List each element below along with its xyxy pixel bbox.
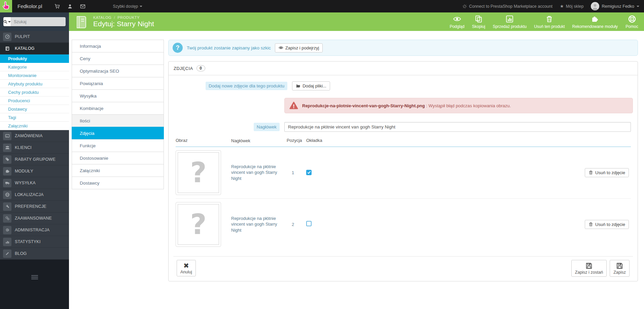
trash-icon bbox=[588, 170, 593, 175]
broken-link-icon bbox=[462, 4, 467, 9]
eye-icon bbox=[279, 45, 283, 50]
stats-icon bbox=[3, 238, 11, 246]
tab-funkcje[interactable]: Funkcje bbox=[72, 139, 164, 152]
messages-icon[interactable] bbox=[76, 0, 89, 12]
search-type-dropdown[interactable] bbox=[3, 17, 11, 26]
avatar bbox=[591, 2, 599, 10]
col-header-okladka: Okładka bbox=[306, 138, 338, 144]
save-icon bbox=[616, 262, 623, 269]
col-header-obraz: Obraz bbox=[176, 138, 231, 144]
delete-image-button[interactable]: Usuń to zdjęcie bbox=[585, 168, 629, 177]
sidebar-item-monitorowanie[interactable]: Monitorowanie bbox=[0, 71, 69, 80]
sidebar-item-producenci[interactable]: Producenci bbox=[0, 96, 69, 105]
gears-icon bbox=[3, 214, 11, 223]
prestashop-admin-page: Fedkolor.pl Szybki dostęp Connect to Pre… bbox=[0, 0, 644, 309]
add-image-label: Dodaj nowe zdjęcie dla tego produktu bbox=[206, 82, 287, 90]
trash-icon bbox=[545, 15, 553, 23]
col-header-pozycja: Pozycja bbox=[287, 138, 306, 144]
katalog-submenu: Produkty Kategorie Monitorowanie Atrybut… bbox=[0, 54, 69, 130]
cover-checkbox-unchecked[interactable] bbox=[306, 221, 312, 226]
tab-ceny[interactable]: Ceny bbox=[72, 52, 164, 65]
delete-product-button[interactable]: Usuń ten produkt bbox=[534, 15, 565, 29]
sidebar-item-administracja[interactable]: ADMINISTRACJA bbox=[0, 224, 69, 236]
quick-access-menu[interactable]: Szybki dostęp bbox=[113, 4, 142, 9]
caption-input[interactable] bbox=[284, 122, 631, 132]
duplicate-button[interactable]: Skopiuj bbox=[472, 15, 485, 29]
tab-optymalizacja-seo[interactable]: Optymalizacja SEO bbox=[72, 65, 164, 77]
tab-informacja[interactable]: Informacja bbox=[72, 40, 164, 52]
sidebar-item-katalog[interactable]: KATALOG bbox=[0, 43, 69, 54]
search-input[interactable] bbox=[11, 17, 66, 26]
images-table: Obraz Nagłówek Pozycja Okładka bbox=[176, 138, 631, 250]
cart-icon[interactable] bbox=[51, 0, 64, 12]
panel-title: ZDJĘCIA bbox=[174, 66, 193, 71]
sidebar-item-atrybuty-produktu[interactable]: Atrybuty produktu bbox=[0, 80, 69, 88]
collapse-menu-icon[interactable] bbox=[31, 275, 38, 309]
tab-wysylka[interactable]: Wysyłka bbox=[72, 89, 164, 102]
product-sales-button[interactable]: Sprzedaż produktu bbox=[493, 15, 527, 29]
main-menu: PULPIT KATALOG Produkty Kategorie Monito… bbox=[0, 31, 69, 260]
page-header: KATALOG / PRODUKTY Edytuj: Starry Night … bbox=[69, 12, 644, 31]
sidebar-item-statystyki[interactable]: STATYSTYKI bbox=[0, 236, 69, 248]
recommended-modules-button[interactable]: Rekomendowane moduły bbox=[572, 15, 618, 29]
tab-powiazania[interactable]: Powiązania bbox=[72, 77, 164, 90]
image-count-badge: 0 bbox=[196, 65, 205, 71]
cancel-button[interactable]: ✖ Anuluj bbox=[177, 260, 196, 276]
connect-marketplace-link[interactable]: Connect to PrestaShop Marketplace accoun… bbox=[462, 4, 552, 9]
upload-error-alert: Reprodukcje-na-plotnie-vincent-van-gogh-… bbox=[284, 98, 633, 113]
sidebar-item-zaawansowane[interactable]: ZAAWANSOWANE bbox=[0, 213, 69, 224]
sidebar-item-zalaczniki[interactable]: Załączniki bbox=[0, 122, 69, 130]
book-icon bbox=[3, 44, 11, 53]
topbar: Fedkolor.pl Szybki dostęp Connect to Pre… bbox=[0, 0, 644, 12]
pencil-icon bbox=[3, 249, 11, 258]
breadcrumb: KATALOG / PRODUKTY bbox=[93, 15, 154, 20]
shop-name[interactable]: Fedkolor.pl bbox=[17, 3, 42, 9]
sidebar-item-cechy-produktu[interactable]: Cechy produktu bbox=[0, 88, 69, 96]
sidebar-item-kategorie[interactable]: Kategorie bbox=[0, 63, 69, 71]
delete-image-button[interactable]: Usuń to zdjęcie bbox=[585, 220, 629, 229]
preview-button[interactable]: Podgląd bbox=[450, 15, 464, 29]
breadcrumb-katalog[interactable]: KATALOG bbox=[93, 15, 112, 20]
chevron-down-icon bbox=[140, 6, 142, 7]
sidebar-item-tagi[interactable]: Tagi bbox=[0, 113, 69, 122]
page-title: Edytuj: Starry Night bbox=[93, 20, 154, 28]
sidebar-item-dostawcy[interactable]: Dostawcy bbox=[0, 105, 69, 113]
caption-field-row: Nagłówek bbox=[173, 122, 633, 132]
tab-zalaczniki[interactable]: Załączniki bbox=[72, 164, 164, 177]
tab-zdjecia[interactable]: Zdjęcia bbox=[72, 127, 164, 140]
tab-dostawcy[interactable]: Dostawcy bbox=[72, 177, 164, 189]
save-button[interactable]: Zapisz bbox=[610, 260, 630, 277]
tab-kombinacje[interactable]: Kombinacje bbox=[72, 102, 164, 115]
sidebar: PULPIT KATALOG Produkty Kategorie Monito… bbox=[0, 12, 69, 309]
sidebar-item-moduly[interactable]: MODUŁY bbox=[0, 165, 69, 177]
images-panel: ZDJĘCIA 0 Dodaj nowe zdjęcie dla tego pr… bbox=[168, 61, 638, 281]
customer-icon[interactable] bbox=[64, 0, 76, 12]
save-and-preview-button[interactable]: Zapisz i podejrzyj bbox=[275, 43, 323, 52]
sidebar-item-pulpit[interactable]: PULPIT bbox=[0, 31, 69, 43]
image-caption: Reprodukcje na płótnie vincent van gogh … bbox=[231, 164, 287, 182]
tab-dostosowanie[interactable]: Dostosowanie bbox=[72, 152, 164, 164]
sidebar-item-klienci[interactable]: KLIENCI bbox=[0, 142, 69, 154]
sidebar-item-preferencje[interactable]: PREFERENCJE bbox=[0, 201, 69, 213]
draft-alert-text: Twój produkt zostanie zapisany jako szki… bbox=[187, 45, 271, 50]
gear-icon bbox=[3, 226, 11, 234]
sidebar-item-produkty[interactable]: Produkty bbox=[0, 54, 69, 63]
tab-ilosci[interactable]: Ilości bbox=[72, 114, 164, 127]
col-header-naglowek: Nagłówek bbox=[231, 138, 287, 144]
cover-checkbox-checked[interactable] bbox=[306, 170, 312, 175]
breadcrumb-produkty[interactable]: PRODUKTY bbox=[117, 15, 140, 20]
add-files-button[interactable]: Dodaj pliki... bbox=[292, 81, 330, 90]
sidebar-item-wysylka[interactable]: WYSYŁKA bbox=[0, 177, 69, 189]
my-shop-link[interactable]: ★ Mój sklep bbox=[560, 4, 583, 9]
help-button[interactable]: Pomoc bbox=[625, 15, 639, 29]
sidebar-item-rabaty-grupowe[interactable]: RABATY GRUPOWE bbox=[0, 154, 69, 165]
sidebar-item-lokalizacja[interactable]: LOKALIZACJA bbox=[0, 189, 69, 201]
sidebar-item-blog[interactable]: BLOG bbox=[0, 248, 69, 260]
save-and-stay-button[interactable]: Zapisz i zostań bbox=[571, 260, 607, 277]
sidebar-item-zamowienia[interactable]: ZAMÓWIENIA bbox=[0, 130, 69, 142]
gauge-icon bbox=[3, 33, 11, 41]
error-message: Reprodukcje-na-plotnie-vincent-van-gogh-… bbox=[302, 103, 511, 108]
save-icon bbox=[585, 262, 593, 269]
star-icon: ★ bbox=[560, 4, 564, 9]
user-menu[interactable]: Remigiusz Fedko bbox=[591, 2, 639, 10]
